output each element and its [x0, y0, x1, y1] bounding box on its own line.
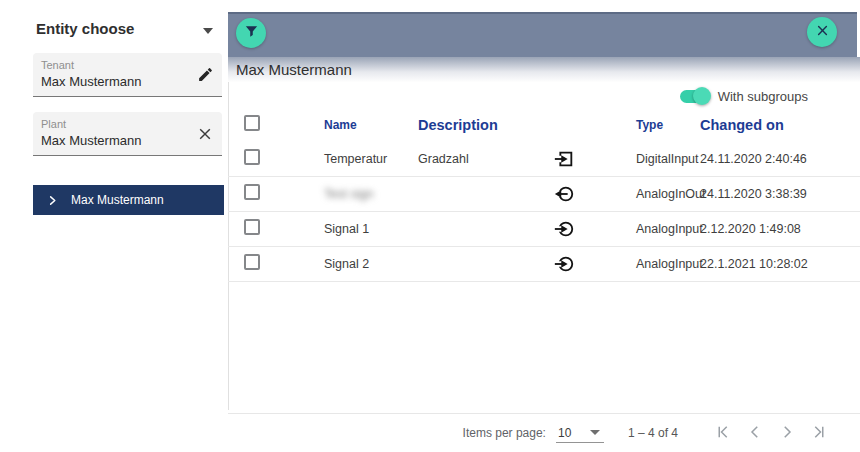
- table-row[interactable]: Signal 2 AnalogInput 22.1.2021 10:28:02: [228, 247, 860, 282]
- close-x-icon: [816, 24, 829, 40]
- row-checkbox[interactable]: [244, 149, 260, 165]
- column-header-name[interactable]: Name: [324, 118, 418, 132]
- panel-title-strip: Max Mustermann: [228, 57, 860, 82]
- cell-type: DigitalInput: [600, 152, 700, 166]
- entity-sidebar: Entity choose Tenant Max Mustermann Plan…: [0, 0, 228, 452]
- clear-plant-button[interactable]: [193, 123, 217, 147]
- page-range-label: 1 – 4 of 4: [628, 426, 678, 440]
- column-header-description[interactable]: Description: [418, 117, 528, 133]
- cell-type: AnalogInput: [600, 257, 700, 271]
- cell-name: Signal 2: [324, 257, 418, 271]
- with-subgroups-label: With subgroups: [718, 89, 808, 104]
- cell-type: AnalogInOut: [600, 187, 700, 201]
- box-input-icon: [528, 148, 600, 170]
- panel-toolbar: [228, 12, 857, 57]
- row-checkbox[interactable]: [244, 184, 260, 200]
- cell-changed-on: 24.11.2020 2:40:46: [700, 152, 860, 166]
- previous-page-icon: [746, 423, 764, 444]
- close-button[interactable]: [807, 17, 837, 47]
- page-size-value: 10: [558, 426, 571, 440]
- caret-down-icon[interactable]: [203, 28, 213, 34]
- cell-changed-on: 2.12.2020 1:49:08: [700, 222, 860, 236]
- next-page-icon: [778, 423, 796, 444]
- cell-changed-on: 24.11.2020 3:38:39: [700, 187, 860, 201]
- row-checkbox[interactable]: [244, 254, 260, 270]
- first-page-button[interactable]: [710, 420, 736, 446]
- column-header-type[interactable]: Type: [600, 118, 700, 132]
- page-size-select[interactable]: 10: [556, 423, 604, 443]
- column-header-changed-on[interactable]: Changed on: [700, 117, 860, 133]
- cell-type: AnalogInput: [600, 222, 700, 236]
- plant-field[interactable]: Plant Max Mustermann: [33, 112, 222, 156]
- caret-down-icon: [590, 430, 600, 435]
- filter-funnel-icon: [244, 24, 259, 42]
- next-page-button[interactable]: [774, 420, 800, 446]
- tenant-field[interactable]: Tenant Max Mustermann: [33, 53, 222, 97]
- row-checkbox[interactable]: [244, 219, 260, 235]
- last-page-icon: [810, 423, 828, 444]
- circle-input-icon: [528, 218, 600, 240]
- entity-choose-header[interactable]: Entity choose: [36, 20, 216, 37]
- cell-name: Temperatur: [324, 152, 418, 166]
- with-subgroups-toggle[interactable]: [680, 90, 708, 103]
- panel-title: Max Mustermann: [228, 61, 352, 78]
- table-row[interactable]: Test sign AnalogInOut 24.11.2020 3:38:39: [228, 177, 860, 212]
- items-per-page-label: Items per page:: [463, 426, 546, 440]
- circle-output-icon: [528, 183, 600, 205]
- signals-table: Name Description Type Changed on Tempera…: [228, 108, 860, 282]
- cell-name-redacted: Test sign: [324, 187, 418, 201]
- select-all-checkbox[interactable]: [244, 115, 260, 131]
- chevron-right-icon[interactable]: [47, 195, 58, 206]
- circle-input-icon: [528, 253, 600, 275]
- first-page-icon: [714, 423, 732, 444]
- cell-changed-on: 22.1.2021 10:28:02: [700, 257, 860, 271]
- toggle-knob[interactable]: [693, 87, 711, 105]
- clear-x-icon: [197, 126, 213, 145]
- cell-description: Gradzahl: [418, 152, 528, 166]
- table-row[interactable]: Temperatur Gradzahl DigitalInput 24.11.2…: [228, 142, 860, 177]
- table-header-row: Name Description Type Changed on: [228, 108, 860, 142]
- edit-pencil-icon: [197, 66, 214, 86]
- previous-page-button[interactable]: [742, 420, 768, 446]
- edit-tenant-button[interactable]: [193, 64, 217, 88]
- tree-item-label: Max Mustermann: [71, 193, 164, 207]
- subgroups-row: With subgroups: [228, 84, 860, 108]
- filter-button[interactable]: [236, 18, 266, 48]
- cell-name: Signal 1: [324, 222, 418, 236]
- last-page-button[interactable]: [806, 420, 832, 446]
- paginator: Items per page: 10 1 – 4 of 4: [228, 413, 860, 452]
- table-row[interactable]: Signal 1 AnalogInput 2.12.2020 1:49:08: [228, 212, 860, 247]
- tree-item-max-mustermann[interactable]: Max Mustermann: [33, 185, 224, 215]
